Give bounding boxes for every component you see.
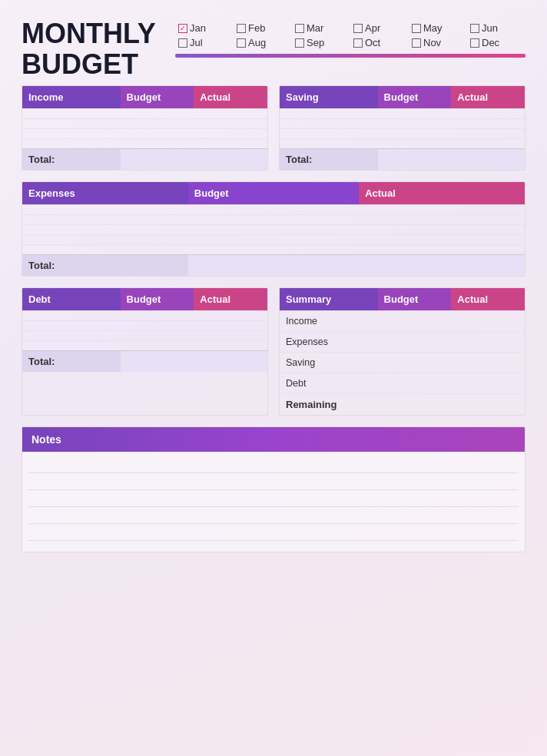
month-aug[interactable]: Aug [234, 36, 292, 49]
debt-table: Debt Budget Actual Total: [22, 288, 267, 372]
income-total-label: Total: [22, 149, 121, 171]
months-grid: ✓ Jan Feb Mar Apr May Jun [175, 22, 525, 49]
month-dec[interactable]: Dec [467, 36, 525, 49]
table-row [22, 331, 267, 341]
income-total-row: Total: [22, 149, 267, 171]
expenses-total-row: Total: [22, 255, 525, 277]
saving-actual-header: Actual [451, 86, 525, 109]
table-row [280, 139, 525, 149]
table-row [22, 109, 267, 119]
income-saving-row: Income Budget Actual Total: [22, 85, 525, 171]
summary-income-label: Income [280, 311, 378, 332]
table-row [280, 129, 525, 139]
expenses-budget-header: Budget [188, 182, 359, 205]
summary-remaining-label: Remaining [280, 394, 378, 416]
summary-actual-header: Actual [451, 288, 525, 311]
month-nov[interactable]: Nov [409, 36, 467, 49]
income-col-header: Income [22, 86, 121, 109]
month-mar[interactable]: Mar [292, 22, 350, 35]
month-apr[interactable]: Apr [350, 22, 409, 35]
summary-table: Summary Budget Actual Income Expenses [280, 288, 525, 415]
table-row [22, 139, 267, 149]
month-sep[interactable]: Sep [292, 36, 350, 49]
table-row [22, 129, 267, 139]
table-row [280, 119, 525, 129]
saving-col-header: Saving [280, 86, 378, 109]
table-row [280, 109, 525, 119]
table-row [22, 119, 267, 129]
notes-line [28, 456, 519, 473]
month-oct[interactable]: Oct [350, 36, 409, 49]
notes-line [28, 524, 519, 541]
table-row [22, 311, 267, 321]
checkbox-feb[interactable] [237, 24, 246, 33]
table-row [22, 235, 525, 245]
summary-income-row: Income [280, 311, 525, 332]
summary-col-header: Summary [280, 288, 378, 311]
debt-budget-header: Budget [121, 288, 194, 311]
summary-expenses-row: Expenses [280, 332, 525, 353]
debt-actual-header: Actual [194, 288, 267, 311]
accent-bar [175, 54, 525, 58]
notes-line [28, 473, 519, 490]
checkbox-may[interactable] [412, 24, 421, 33]
summary-debt-label: Debt [280, 373, 378, 394]
saving-total-label: Total: [280, 149, 378, 171]
month-may[interactable]: May [409, 22, 467, 35]
income-table-wrap: Income Budget Actual Total: [22, 85, 268, 171]
debt-total-row: Total: [22, 351, 267, 373]
checkbox-dec[interactable] [470, 38, 479, 48]
checkbox-nov[interactable] [412, 38, 421, 48]
saving-total-row: Total: [280, 149, 525, 171]
checkbox-sep[interactable] [295, 38, 304, 48]
expenses-col-header: Expenses [22, 182, 188, 205]
page-title: MONTHLY BUDGET [22, 18, 160, 79]
month-feb[interactable]: Feb [234, 22, 292, 35]
month-jun[interactable]: Jun [467, 22, 525, 35]
debt-total-label: Total: [22, 351, 121, 373]
saving-table-wrap: Saving Budget Actual Total: [279, 85, 525, 171]
table-row [22, 321, 267, 331]
summary-remaining-row: Remaining [280, 394, 525, 416]
month-jul[interactable]: Jul [175, 36, 234, 49]
table-row [22, 341, 267, 351]
debt-summary-row: Debt Budget Actual Total: [22, 287, 525, 416]
month-jan[interactable]: ✓ Jan [175, 22, 234, 35]
summary-debt-row: Debt [280, 373, 525, 394]
summary-expenses-label: Expenses [280, 332, 378, 353]
summary-saving-label: Saving [280, 353, 378, 373]
income-budget-header: Budget [121, 86, 194, 109]
checkbox-jun[interactable] [470, 24, 479, 33]
notes-header: Notes [22, 427, 525, 452]
expenses-table-wrap: Expenses Budget Actual Total: [22, 181, 525, 277]
debt-table-wrap: Debt Budget Actual Total: [22, 287, 268, 416]
notes-line [28, 490, 519, 507]
debt-col-header: Debt [22, 288, 121, 311]
checkbox-jan[interactable]: ✓ [178, 24, 187, 33]
table-row [22, 225, 525, 235]
page-header: MONTHLY BUDGET ✓ Jan Feb Mar Apr [22, 18, 525, 79]
checkbox-mar[interactable] [295, 24, 304, 33]
checkbox-jul[interactable] [178, 38, 187, 48]
checkbox-oct[interactable] [353, 38, 363, 48]
table-row [22, 215, 525, 225]
checkbox-apr[interactable] [353, 24, 363, 33]
expenses-table: Expenses Budget Actual Total: [22, 182, 525, 276]
summary-budget-header: Budget [378, 288, 452, 311]
saving-budget-header: Budget [378, 86, 452, 109]
summary-table-wrap: Summary Budget Actual Income Expenses [279, 287, 525, 416]
table-row [22, 245, 525, 255]
expenses-actual-header: Actual [359, 182, 525, 205]
expenses-total-label: Total: [22, 255, 188, 277]
notes-body[interactable] [22, 452, 525, 552]
income-actual-header: Actual [194, 86, 267, 109]
summary-saving-row: Saving [280, 353, 525, 373]
expenses-section: Expenses Budget Actual Total: [22, 181, 525, 277]
saving-table: Saving Budget Actual Total: [280, 86, 525, 170]
notes-section: Notes [22, 426, 525, 552]
notes-line [28, 507, 519, 524]
income-table: Income Budget Actual Total: [22, 86, 267, 170]
checkbox-aug[interactable] [237, 38, 246, 48]
table-row [22, 205, 525, 215]
